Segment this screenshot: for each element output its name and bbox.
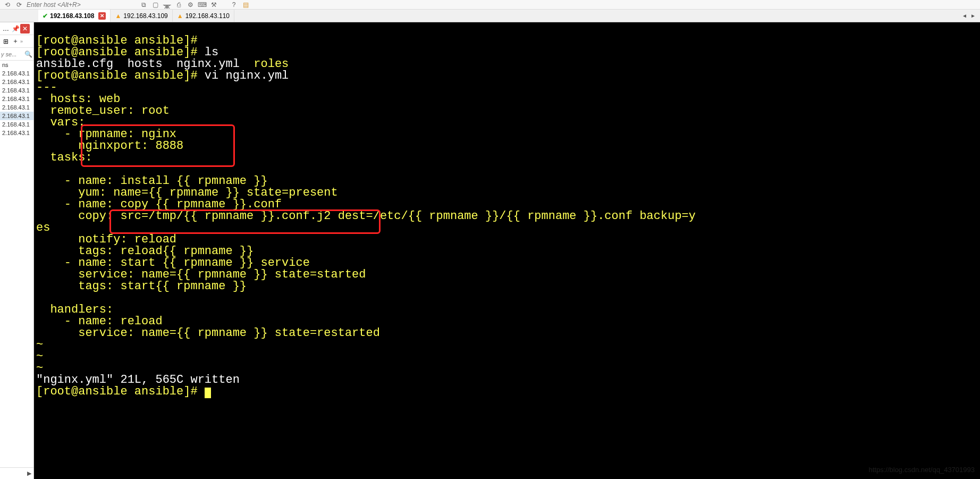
check-icon: ✔ — [43, 12, 48, 20]
tab-scroll-right-icon[interactable]: ► — [969, 12, 977, 20]
yaml-line: tasks: — [36, 151, 92, 164]
tab-label: 192.168.43.110 — [185, 12, 230, 20]
reconnect-icon[interactable]: ⟳ — [15, 1, 23, 9]
disconnect-icon[interactable]: ⟲ — [3, 1, 12, 9]
help-icon[interactable]: ? — [230, 1, 238, 9]
folder-icon[interactable]: ▤ — [241, 1, 250, 9]
list-item[interactable]: 2.168.43.1 — [0, 69, 33, 78]
host-input[interactable] — [27, 1, 101, 9]
arrange-icon[interactable]: ⊞ — [1, 37, 11, 46]
paste-icon[interactable]: ▢ — [151, 1, 159, 9]
pin-icon[interactable]: … — [1, 24, 11, 33]
tab-label: 192.168.43.108 — [50, 12, 94, 20]
list-item[interactable]: 2.168.43.1 — [0, 112, 33, 120]
tab-scroll-controls: ◄ ► — [961, 10, 980, 22]
list-item[interactable]: 2.168.43.1 — [0, 78, 33, 86]
session-list: ns 2.168.43.1 2.168.43.1 2.168.43.1 2.16… — [0, 61, 33, 467]
print-icon[interactable]: ⎙ — [174, 1, 183, 9]
settings-icon[interactable]: ⚙ — [186, 1, 195, 9]
keyboard-icon[interactable]: ⌨ — [198, 1, 206, 9]
chevron-right-icon[interactable]: » — [20, 39, 23, 44]
sidebar-collapse-icon[interactable]: ▶ — [27, 470, 31, 477]
tools-icon[interactable]: ⚒ — [209, 1, 218, 9]
warn-icon: ▲ — [177, 12, 183, 20]
terminal-output[interactable]: [root@ansible ansible]# [root@ansible an… — [34, 22, 980, 479]
session-sidebar: … 📌 ✕ ⊞ ＋ » 🔍 ns 2.168.43.1 2.168.43.1 2… — [0, 22, 34, 479]
prompt: [root@ansible ansible]# — [36, 385, 198, 398]
find-icon[interactable]: ᚘ — [163, 1, 171, 9]
list-item[interactable]: 2.168.43.1 — [0, 103, 33, 112]
yaml-line: service: name={{ rpmname }} state=restar… — [36, 326, 380, 340]
warn-icon: ▲ — [115, 12, 121, 20]
main-toolbar: ⟲ ⟳ ⧉ ▢ ᚘ ⎙ ⚙ ⌨ ⚒ ? ▤ — [0, 0, 980, 10]
session-group[interactable]: ns — [0, 61, 33, 69]
yaml-line: copy: src=/tmp/{{ rpmname }}.conf.j2 des… — [36, 209, 696, 223]
search-icon[interactable]: 🔍 — [24, 51, 32, 58]
watermark: https://blog.csdn.net/qq_43701993 — [869, 464, 975, 476]
pushpin-icon[interactable]: 📌 — [11, 24, 20, 33]
tab-scroll-left-icon[interactable]: ◄ — [961, 12, 968, 20]
session-tab-bar: ✔ 192.168.43.108 ✕ ▲ 192.168.43.109 ▲ 19… — [0, 10, 980, 22]
list-item[interactable]: 2.168.43.1 — [0, 95, 33, 103]
list-item[interactable]: 2.168.43.1 — [0, 129, 33, 137]
list-item[interactable]: 2.168.43.1 — [0, 86, 33, 95]
sidebar-search-input[interactable] — [1, 51, 24, 57]
prompt: [root@ansible ansible]# — [36, 69, 198, 82]
close-icon[interactable]: ✕ — [98, 12, 106, 20]
sidebar-close-icon[interactable]: ✕ — [20, 24, 30, 33]
list-item[interactable]: 2.168.43.1 — [0, 120, 33, 129]
main-row: … 📌 ✕ ⊞ ＋ » 🔍 ns 2.168.43.1 2.168.43.1 2… — [0, 22, 980, 479]
add-session-icon[interactable]: ＋ — [11, 37, 20, 46]
tab-label: 192.168.43.109 — [123, 12, 167, 20]
tab-session-3[interactable]: ▲ 192.168.43.110 — [173, 10, 234, 22]
tab-session-1[interactable]: ✔ 192.168.43.108 ✕ — [38, 10, 111, 22]
yaml-line: tags: start{{ rpmname }} — [36, 280, 247, 293]
tab-session-2[interactable]: ▲ 192.168.43.109 — [111, 10, 172, 22]
copy-icon[interactable]: ⧉ — [139, 1, 148, 9]
cmd-vi: vi nginx.yml — [198, 69, 289, 82]
cursor — [205, 388, 211, 398]
